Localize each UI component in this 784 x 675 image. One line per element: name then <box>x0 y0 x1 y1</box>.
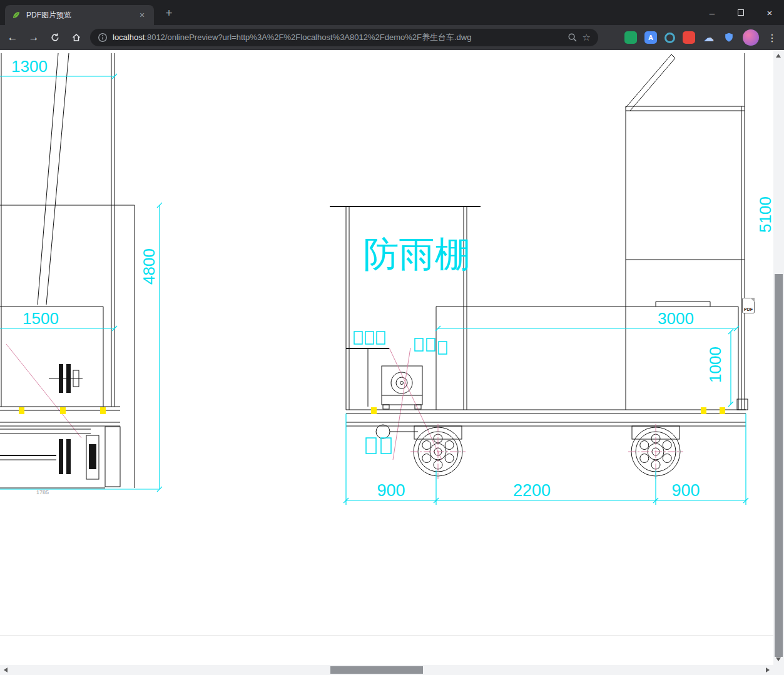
browser-menu-icon[interactable]: ⋮ <box>766 32 778 44</box>
forward-button[interactable]: → <box>25 29 43 46</box>
scrollbar-corner <box>773 665 784 675</box>
left-view-dimensions: 1300 4800 1500 1785 <box>0 57 162 495</box>
browser-tab[interactable]: PDF图片预览 × <box>5 5 154 25</box>
dim-2200-label: 2200 <box>513 481 551 500</box>
bottom-dimensions: 900 2200 900 <box>344 414 748 505</box>
extension-translate-icon[interactable]: A <box>644 31 657 44</box>
maximize-button[interactable] <box>726 0 755 25</box>
rain-shelter-label: 防雨棚 <box>364 234 471 274</box>
close-button[interactable]: × <box>755 0 784 25</box>
zoom-icon[interactable] <box>568 33 578 43</box>
url-path: :8012/onlinePreview?url=http%3A%2F%2Floc… <box>145 33 471 42</box>
dim-1000-label: 1000 <box>706 347 725 383</box>
window-controls: – × <box>698 0 784 25</box>
dim-5100-label: 5100 <box>756 196 773 233</box>
dim-900-left-label: 900 <box>377 481 405 500</box>
vertical-scrollbar-thumb[interactable] <box>775 274 783 657</box>
maximize-icon <box>738 9 744 16</box>
bookmark-star-icon[interactable]: ☆ <box>583 32 591 43</box>
pdf-fold-corner <box>750 298 755 302</box>
side-elevation-view: 防雨棚 <box>330 206 746 479</box>
tab-title: PDF图片预览 <box>26 10 131 21</box>
site-info-icon[interactable] <box>98 33 108 43</box>
horizontal-scrollbar[interactable] <box>0 665 773 675</box>
dim-900-right-label: 900 <box>671 481 700 500</box>
reload-button[interactable] <box>46 29 64 46</box>
scroll-down-arrow-icon[interactable] <box>776 657 781 661</box>
shield-icon <box>723 32 735 43</box>
right-view-dimensions: 5100 3000 1000 <box>435 196 773 407</box>
back-button[interactable]: ← <box>4 29 21 46</box>
pdf-file-icon[interactable]: PDF <box>742 298 755 313</box>
tab-close-icon[interactable]: × <box>136 9 148 21</box>
scroll-right-arrow-icon[interactable] <box>766 667 770 672</box>
extension-green-icon[interactable] <box>624 31 637 44</box>
extensions-area: A ☁ ⋮ <box>624 29 778 46</box>
small-dimension-label: 1785 <box>36 489 49 495</box>
dwg-preview-canvas[interactable]: 1300 4800 1500 1785 防雨棚 <box>0 50 773 665</box>
scroll-up-arrow-icon[interactable] <box>776 54 781 58</box>
scroll-left-arrow-icon[interactable] <box>4 667 8 672</box>
left-elevation-view <box>0 53 135 488</box>
dim-1300-label: 1300 <box>11 57 48 76</box>
home-icon <box>71 33 81 43</box>
extension-shield-icon[interactable] <box>723 31 735 44</box>
cad-drawing: 1300 4800 1500 1785 防雨棚 <box>0 50 773 665</box>
url-host: localhost <box>113 33 145 42</box>
extension-ring-icon[interactable] <box>664 33 675 43</box>
extension-red-icon[interactable] <box>683 31 695 44</box>
end-elevation-view <box>436 53 748 410</box>
new-tab-button[interactable]: + <box>161 6 176 21</box>
dim-4800-label: 4800 <box>140 248 158 285</box>
vertical-scrollbar[interactable] <box>773 50 784 665</box>
browser-titlebar: PDF图片预览 × + – × <box>0 0 784 25</box>
browser-toolbar: ← → localhost:8012/onlinePreview?url=htt… <box>0 25 784 50</box>
minimize-button[interactable]: – <box>698 0 726 25</box>
pdf-badge-label: PDF <box>744 306 753 313</box>
wheel-left <box>410 424 466 479</box>
home-button[interactable] <box>68 29 85 46</box>
spring-leaf-favicon <box>11 10 21 20</box>
horizontal-scrollbar-thumb[interactable] <box>330 666 423 674</box>
translate-glyph: A <box>648 34 653 41</box>
dim-1500-label: 1500 <box>23 309 59 328</box>
reload-icon <box>50 33 60 43</box>
profile-avatar[interactable] <box>743 29 759 46</box>
url-text: localhost:8012/onlinePreview?url=http%3A… <box>113 32 563 43</box>
extension-cloud-icon[interactable]: ☁ <box>703 31 715 44</box>
address-bar[interactable]: localhost:8012/onlinePreview?url=http%3A… <box>90 29 598 46</box>
dim-3000-label: 3000 <box>658 309 694 328</box>
